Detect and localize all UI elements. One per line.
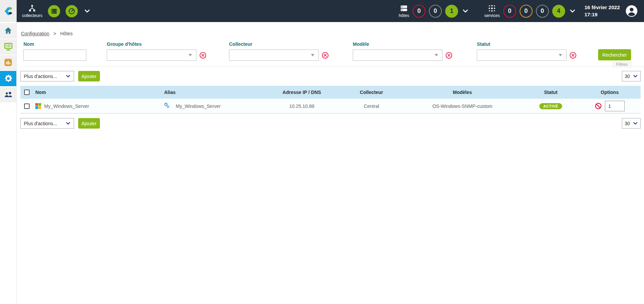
home-icon	[4, 26, 13, 35]
hostgroup-filter-select[interactable]	[107, 50, 196, 61]
collector-clear-button[interactable]	[321, 52, 329, 59]
filters-tab[interactable]: Filtres	[612, 61, 632, 68]
name-filter-input[interactable]	[23, 50, 86, 61]
breadcrumb-configuration[interactable]: Configuration	[21, 31, 49, 36]
select-chevron-icon	[633, 74, 638, 79]
windows-logo-icon	[35, 103, 41, 109]
filter-name: Nom	[23, 41, 86, 61]
select-chevron-icon	[66, 74, 71, 79]
table-header-row: Nom Alias Adresse IP / DNS Collecteur Mo…	[20, 86, 641, 99]
top-header: collecteurs	[0, 0, 644, 22]
sidebar-item-administration[interactable]	[0, 87, 16, 102]
gauge-icon	[68, 7, 75, 15]
disable-host-button[interactable]	[595, 102, 602, 110]
services-warning-count: 0	[524, 7, 528, 15]
table-row: My_Windows_Server My_Windows_Server 10.2…	[20, 99, 641, 114]
host-gears-icon	[163, 102, 171, 110]
services-unknown-counter[interactable]: 0	[536, 5, 549, 18]
hosts-down-count: 0	[417, 7, 421, 15]
clear-circle-icon	[199, 52, 207, 59]
sidebar-item-monitoring[interactable]	[0, 39, 16, 54]
template-filter-select[interactable]	[353, 50, 442, 61]
hosts-down-counter[interactable]: 0	[413, 5, 425, 18]
main-content: Configuration > Hôtes Nom Groupe d'hôtes	[17, 22, 644, 304]
services-ok-count: 4	[557, 7, 560, 15]
search-button[interactable]: Rechercher	[598, 49, 631, 60]
services-critical-count: 0	[508, 7, 511, 15]
dropdown-triangle-icon	[189, 54, 192, 56]
poller-status-button[interactable]	[48, 5, 60, 17]
user-menu[interactable]	[625, 5, 638, 17]
chevron-down-icon	[462, 8, 469, 14]
collector-filter-select[interactable]	[229, 50, 319, 61]
pollers-expand-button[interactable]	[84, 8, 90, 14]
page-size-value: 30	[625, 121, 630, 126]
duplicate-count-input[interactable]	[605, 101, 625, 111]
hostgroup-clear-button[interactable]	[199, 52, 207, 59]
add-button-bottom[interactable]: Ajouter	[78, 118, 100, 129]
services-status-menu[interactable]: services	[484, 4, 500, 18]
filters-panel: Nom Groupe d'hôtes	[17, 36, 644, 66]
centreon-logo[interactable]	[0, 0, 17, 22]
page-size-select-bottom[interactable]: 30	[622, 118, 641, 129]
status-clear-button[interactable]	[569, 52, 577, 59]
page-size-select[interactable]: 30	[622, 71, 641, 81]
monitoring-icon	[4, 42, 13, 51]
sidebar-item-home[interactable]	[0, 23, 16, 38]
host-collector: Central	[341, 103, 402, 109]
filter-hostgroup: Groupe d'hôtes	[107, 41, 207, 61]
hosts-unreachable-counter[interactable]: 0	[429, 5, 442, 18]
pollers-menu[interactable]: collecteurs	[22, 4, 42, 18]
services-expand-button[interactable]	[569, 8, 576, 14]
services-critical-counter[interactable]: 0	[503, 5, 516, 18]
disable-icon	[595, 102, 602, 110]
pollers-label: collecteurs	[22, 13, 42, 18]
current-time: 17:19	[585, 11, 620, 18]
dropdown-triangle-icon	[559, 54, 562, 56]
topbar-right-nav: hôtes 0 0 1 services 0 0 0 4	[399, 4, 644, 18]
header-alias[interactable]: Alias	[164, 90, 175, 95]
header-templates[interactable]: Modèles	[402, 90, 523, 95]
filter-collector: Collecteur	[229, 41, 329, 61]
services-icon	[488, 4, 496, 13]
sidebar-item-reporting[interactable]	[0, 55, 16, 70]
hosts-status-menu[interactable]: hôtes	[399, 4, 409, 18]
top-toolbar: Plus d'actions... Ajouter 30	[20, 71, 641, 81]
filter-collector-label: Collecteur	[229, 41, 329, 47]
poller-latency-button[interactable]	[66, 5, 78, 17]
user-avatar-icon	[625, 5, 638, 17]
services-ok-counter[interactable]: 4	[552, 5, 565, 18]
header-collector[interactable]: Collecteur	[341, 90, 402, 95]
hosts-up-counter[interactable]: 1	[445, 5, 458, 18]
select-all-checkbox[interactable]	[24, 90, 30, 95]
reporting-chart-icon	[4, 58, 13, 67]
services-warning-counter[interactable]: 0	[520, 5, 533, 18]
status-filter-select[interactable]	[477, 50, 567, 61]
status-badge: ACTIVÉ	[539, 103, 562, 109]
section-divider	[23, 66, 644, 66]
bottom-toolbar: Plus d'actions... Ajouter 30	[20, 118, 641, 129]
host-name-link[interactable]: My_Windows_Server	[44, 103, 89, 109]
header-name[interactable]: Nom	[35, 90, 46, 95]
more-actions-select-bottom[interactable]: Plus d'actions...	[20, 118, 74, 129]
current-date: 16 février 2022	[585, 4, 620, 11]
dropdown-triangle-icon	[435, 54, 438, 56]
topbar-left-nav: collecteurs	[17, 4, 90, 18]
add-button[interactable]: Ajouter	[78, 71, 100, 81]
hosts-up-count: 1	[450, 7, 453, 15]
more-actions-select[interactable]: Plus d'actions...	[20, 71, 74, 81]
header-ip[interactable]: Adresse IP / DNS	[263, 90, 341, 95]
template-clear-button[interactable]	[445, 52, 453, 59]
sidebar	[0, 22, 17, 304]
sidebar-item-configuration[interactable]	[0, 71, 16, 86]
hosts-label: hôtes	[399, 13, 409, 18]
pollers-icon	[28, 4, 36, 13]
filter-status: Statut	[477, 41, 577, 61]
header-status[interactable]: Statut	[523, 90, 579, 95]
centreon-logo-icon	[3, 6, 14, 16]
services-unknown-count: 0	[541, 7, 544, 15]
row-checkbox[interactable]	[24, 103, 30, 109]
hosts-expand-button[interactable]	[462, 8, 469, 14]
configuration-gear-icon	[4, 74, 13, 83]
hosts-unreachable-count: 0	[434, 7, 437, 15]
